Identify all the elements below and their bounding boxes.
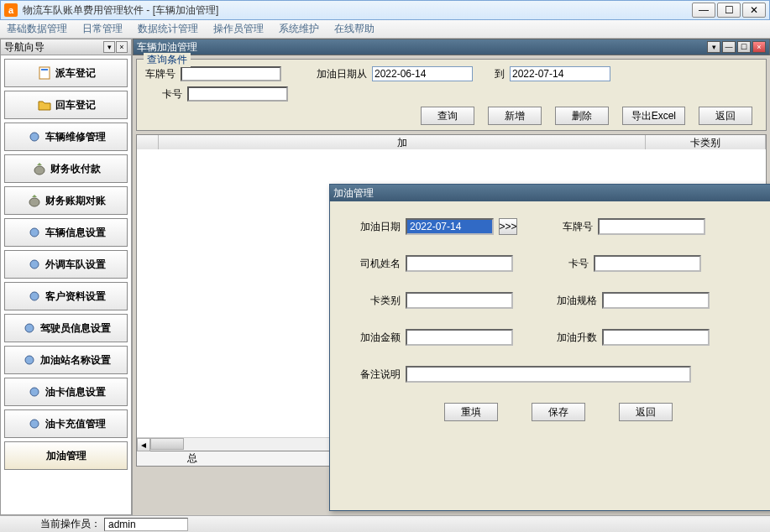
money-bag-icon [32, 161, 47, 176]
menu-help[interactable]: 在线帮助 [334, 22, 375, 36]
folder-icon [37, 97, 52, 112]
scroll-left-icon[interactable]: ◂ [137, 438, 150, 451]
menu-daily[interactable]: 日常管理 [82, 22, 123, 36]
dialog-titlebar[interactable]: 加油管理 ▾ — ☐ × [330, 185, 770, 201]
dialog-plate-input[interactable] [598, 218, 705, 235]
nav-finance-pay[interactable]: 财务收付款 [4, 154, 128, 183]
add-button[interactable]: 新增 [488, 107, 542, 125]
date-from-label: 加油日期从 [317, 67, 367, 81]
mdi-minimize-button[interactable]: — [722, 41, 736, 53]
svg-point-9 [25, 356, 34, 364]
totals-label: 总 [187, 451, 197, 466]
delete-button[interactable]: 删除 [555, 107, 609, 125]
svg-point-10 [30, 388, 39, 396]
dialog-title: 加油管理 [333, 186, 374, 201]
save-button[interactable]: 保存 [532, 403, 585, 421]
date-from-input[interactable] [372, 66, 473, 81]
back-button[interactable]: 返回 [699, 107, 752, 125]
mdi-restore-button[interactable]: ☐ [737, 41, 751, 53]
svg-point-4 [29, 198, 39, 206]
grid-header: 加 卡类别 [136, 134, 767, 149]
query-legend: 查询条件 [144, 53, 191, 67]
nav-dropdown-icon[interactable]: ▾ [103, 41, 115, 53]
nav-dispatch-register[interactable]: 派车登记 [4, 59, 128, 87]
refuel-date-input[interactable] [406, 218, 494, 235]
menu-operator[interactable]: 操作员管理 [213, 22, 264, 36]
spec-label: 加油规格 [548, 294, 597, 308]
grid-col-cardtype[interactable]: 卡类别 [646, 135, 766, 150]
plate-input[interactable] [181, 66, 281, 81]
dialog-card-input[interactable] [594, 255, 701, 272]
svg-point-6 [30, 260, 39, 269]
menu-stats[interactable]: 数据统计管理 [138, 22, 198, 36]
menu-basic-data[interactable]: 基础数据管理 [7, 22, 67, 36]
remark-input[interactable] [406, 366, 691, 383]
status-operator-label: 当前操作员： [40, 517, 101, 531]
nav-vehicle-info[interactable]: 车辆信息设置 [4, 218, 128, 247]
amount-input[interactable] [406, 329, 513, 346]
refuel-date-label: 加油日期 [350, 220, 401, 234]
wrench-icon [27, 129, 42, 144]
cardtype-input[interactable] [406, 292, 513, 309]
gear-icon [22, 352, 37, 368]
nav-header-label: 导航向导 [4, 40, 45, 55]
grid-rowhead [137, 135, 159, 150]
svg-point-11 [30, 420, 39, 428]
scroll-thumb[interactable] [150, 438, 184, 450]
nav-oilcard-recharge[interactable]: 油卡充值管理 [4, 409, 128, 438]
dialog-card-label: 卡号 [548, 257, 589, 271]
cardtype-label: 卡类别 [350, 294, 401, 308]
nav-sidebar: 导航向导 ▾ × 派车登记 回车登记 车辆维修管理 财务收付款 财务账期对账 车… [0, 39, 133, 515]
dialog-back-button[interactable]: 返回 [619, 403, 673, 421]
svg-point-5 [30, 228, 39, 237]
nav-return-register[interactable]: 回车登记 [4, 91, 128, 119]
nav-oilcard-info[interactable]: 油卡信息设置 [4, 378, 128, 406]
date-picker-button[interactable]: >>> [499, 218, 517, 235]
remark-label: 备注说明 [350, 368, 401, 382]
driver-input[interactable] [406, 255, 513, 272]
gear-icon [27, 225, 42, 240]
date-to-input[interactable] [510, 66, 610, 81]
gear-icon [27, 257, 42, 272]
query-fieldset: 查询条件 车牌号 加油日期从 到 卡号 查询 新增 删除 导出Excel [136, 59, 767, 131]
refuel-dialog: 加油管理 ▾ — ☐ × 加油日期 >>> 车牌号 司机 [329, 184, 770, 511]
gear-icon [27, 289, 42, 304]
nav-customer-info[interactable]: 客户资料设置 [4, 282, 128, 310]
mdi-close-button[interactable]: × [752, 41, 766, 53]
spec-input[interactable] [602, 292, 710, 309]
liter-input[interactable] [602, 329, 710, 346]
svg-point-2 [30, 133, 39, 141]
svg-rect-1 [41, 69, 48, 70]
card-input[interactable] [187, 86, 288, 102]
gear-icon [22, 321, 37, 336]
money-bag-icon [27, 193, 42, 208]
window-maximize-button[interactable]: ☐ [717, 3, 741, 18]
query-button[interactable]: 查询 [421, 107, 474, 125]
gear-icon [27, 416, 42, 431]
menubar: 基础数据管理 日常管理 数据统计管理 操作员管理 系统维护 在线帮助 [0, 20, 770, 39]
nav-driver-info[interactable]: 驾驶员信息设置 [4, 314, 128, 342]
window-close-button[interactable]: ✕ [742, 3, 766, 18]
nav-refuel-manage[interactable]: 加油管理 [4, 441, 128, 470]
svg-point-8 [25, 324, 34, 332]
menu-system[interactable]: 系统维护 [279, 22, 319, 36]
nav-station-name[interactable]: 加油站名称设置 [4, 346, 128, 374]
export-excel-button[interactable]: 导出Excel [622, 107, 685, 125]
reset-button[interactable]: 重填 [444, 403, 498, 421]
window-minimize-button[interactable]: — [692, 3, 715, 18]
plate-label: 车牌号 [145, 67, 175, 81]
liter-label: 加油升数 [548, 331, 597, 345]
nav-close-icon[interactable]: × [116, 41, 128, 53]
nav-finance-reconcile[interactable]: 财务账期对账 [4, 186, 128, 215]
nav-external-fleet[interactable]: 外调车队设置 [4, 250, 128, 279]
grid-col-1[interactable]: 加 [159, 135, 646, 150]
status-operator-value: admin [104, 518, 188, 531]
clipboard-icon [37, 65, 52, 81]
window-title: 物流车队账单费用管理软件 - [车辆加油管理] [23, 3, 218, 18]
window-titlebar: a 物流车队账单费用管理软件 - [车辆加油管理] — ☐ ✕ [0, 0, 770, 20]
mdi-dropdown-button[interactable]: ▾ [707, 41, 720, 53]
card-label: 卡号 [162, 87, 182, 102]
amount-label: 加油金额 [350, 331, 401, 345]
mdi-title-text: 车辆加油管理 [137, 40, 197, 55]
nav-repair-manage[interactable]: 车辆维修管理 [4, 123, 128, 151]
